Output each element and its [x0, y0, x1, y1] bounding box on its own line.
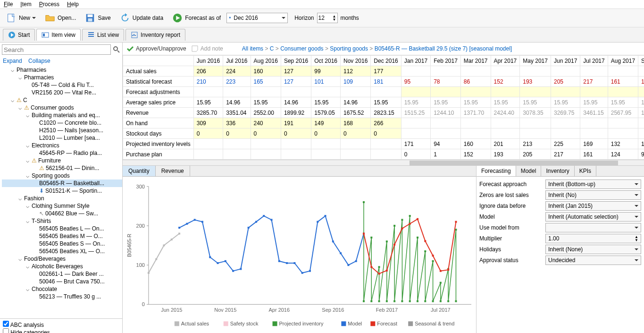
tree-item[interactable]: 565405 Beatles M — O... — [2, 232, 122, 240]
col-header[interactable]: Dec 2016 — [371, 56, 401, 66]
tree-item[interactable]: ⌵T-Shirts — [2, 217, 122, 225]
prop-tab-kpis[interactable]: KPIs — [575, 166, 596, 176]
chart-tab-revenue[interactable]: Revenue — [156, 166, 190, 176]
cell[interactable]: 309 — [193, 118, 223, 128]
cell[interactable] — [638, 118, 644, 128]
cell[interactable]: 1977.80 — [638, 108, 644, 118]
cell[interactable]: 152 — [491, 77, 520, 87]
cell[interactable] — [431, 66, 461, 77]
col-header[interactable]: Aug 2017 — [608, 56, 638, 66]
cell[interactable]: 0 — [193, 128, 223, 139]
cell[interactable]: 223 — [223, 77, 251, 87]
tree-item[interactable]: ⌵Pharmacies — [2, 66, 122, 74]
cell[interactable]: 205 — [551, 77, 580, 87]
cell[interactable] — [311, 87, 341, 97]
cell[interactable]: 0 — [340, 128, 370, 139]
cell[interactable] — [311, 149, 341, 160]
tree-item[interactable]: ⌵Chocolate — [2, 285, 122, 293]
cell[interactable] — [251, 139, 281, 149]
cell[interactable]: 14.96 — [223, 97, 251, 108]
col-header[interactable]: Sep 2016 — [281, 56, 311, 66]
cell[interactable]: 132 — [608, 139, 638, 149]
cell[interactable] — [460, 118, 491, 128]
breadcrumb-item[interactable]: B05465-R — Basketball 29.5 (size 7) [sea… — [375, 45, 512, 52]
tree-item[interactable]: H2510 — Nails [season... — [2, 127, 122, 134]
abc-checkbox[interactable]: ABC analysis — [3, 321, 119, 328]
cell[interactable] — [371, 87, 401, 97]
cell[interactable]: 15.95 — [638, 97, 644, 108]
cell[interactable]: 99 — [311, 66, 341, 77]
cell[interactable] — [431, 118, 461, 128]
cell[interactable]: 15.95 — [371, 97, 401, 108]
cell[interactable] — [608, 87, 638, 97]
cell[interactable] — [340, 139, 370, 149]
col-header[interactable]: Feb 2017 — [431, 56, 461, 66]
cell[interactable] — [281, 87, 311, 97]
prop-combo[interactable]: Inherit (None) — [545, 245, 641, 254]
col-header[interactable]: Jun 2017 — [551, 56, 580, 66]
tree-item[interactable]: ⌵Building materials and eq... — [2, 111, 122, 119]
prop-tab-inventory[interactable]: Inventory — [541, 166, 574, 176]
cell[interactable] — [608, 118, 638, 128]
tree[interactable]: ⌵Pharmacies⌵Pharmacies05-T48 — Cold & Fl… — [0, 65, 122, 318]
cell[interactable]: 0 — [223, 128, 251, 139]
cell[interactable] — [223, 87, 251, 97]
prop-combo[interactable]: Inherit (Automatic selection) — [545, 212, 641, 222]
cell[interactable]: 78 — [431, 77, 461, 87]
cell[interactable] — [281, 139, 311, 149]
col-header[interactable]: Jan 2017 — [401, 56, 430, 66]
cell[interactable] — [193, 139, 223, 149]
tree-item[interactable]: 565405 Beatles L — On... — [2, 225, 122, 232]
cell[interactable]: 86 — [460, 77, 491, 87]
breadcrumb-item[interactable]: Sporting goods — [330, 45, 368, 52]
col-header[interactable]: Sep 2017 — [638, 56, 644, 66]
menu-file[interactable]: File — [4, 1, 13, 8]
update-data-button[interactable]: Update data — [117, 11, 166, 25]
open-button[interactable]: Open... — [42, 11, 79, 25]
prop-tab-forecasting[interactable]: Forecasting — [477, 166, 516, 176]
tree-item[interactable]: ⌵Electronics — [2, 142, 122, 149]
tree-item[interactable]: L2010 — Lumber [sea... — [2, 134, 122, 142]
col-header[interactable]: Oct 2016 — [311, 56, 341, 66]
collapse-link[interactable]: Collapse — [28, 58, 50, 64]
cell[interactable]: 149 — [311, 118, 341, 128]
cell[interactable]: 168 — [340, 118, 370, 128]
search-icon[interactable] — [113, 46, 120, 53]
cell[interactable]: 161 — [580, 149, 608, 160]
tree-item[interactable]: ⌵Fashion — [2, 195, 122, 202]
asof-combo[interactable]: • Dec 2016 — [226, 13, 288, 23]
cell[interactable] — [401, 66, 430, 77]
cell[interactable] — [491, 87, 520, 97]
cell[interactable]: 266 — [371, 118, 401, 128]
cell[interactable]: 217 — [551, 149, 580, 160]
cell[interactable]: 127 — [281, 77, 311, 87]
cell[interactable]: 112 — [340, 66, 370, 77]
cell[interactable]: 213 — [520, 139, 551, 149]
cell[interactable]: 0 — [251, 128, 281, 139]
cell[interactable] — [251, 87, 281, 97]
cell[interactable] — [520, 66, 551, 77]
cell[interactable]: 101 — [311, 77, 341, 87]
cell[interactable]: 201 — [491, 139, 520, 149]
tree-item[interactable]: ⌵Pharmacies — [2, 74, 122, 81]
cell[interactable]: 160 — [460, 139, 491, 149]
menu-help[interactable]: Help — [67, 1, 79, 8]
cell[interactable] — [520, 118, 551, 128]
cell[interactable]: 1899.92 — [281, 108, 311, 118]
cell[interactable] — [193, 87, 223, 97]
data-grid[interactable]: Jun 2016Jul 2016Aug 2016Sep 2016Oct 2016… — [123, 55, 644, 160]
cell[interactable]: 15.95 — [608, 97, 638, 108]
tree-item[interactable]: 565405 Beatles XL — O... — [2, 248, 122, 255]
tab-list-view[interactable]: List view — [82, 29, 124, 41]
cell[interactable]: 99 — [638, 149, 644, 160]
cell[interactable] — [460, 128, 491, 139]
cell[interactable]: 1515.25 — [401, 108, 430, 118]
tree-item[interactable]: ⌵⚠Consumer goods — [2, 104, 122, 111]
cell[interactable]: 3285.70 — [193, 108, 223, 118]
cell[interactable]: 3269.75 — [551, 108, 580, 118]
cell[interactable] — [491, 118, 520, 128]
tree-item[interactable]: ⬇S01521-K — Sportin... — [2, 187, 122, 195]
tree-item[interactable]: ⌵Alcoholic Beverages — [2, 263, 122, 270]
tree-item[interactable]: 45645-RP — Radio pla... — [2, 149, 122, 157]
cell[interactable]: 2823.15 — [371, 108, 401, 118]
